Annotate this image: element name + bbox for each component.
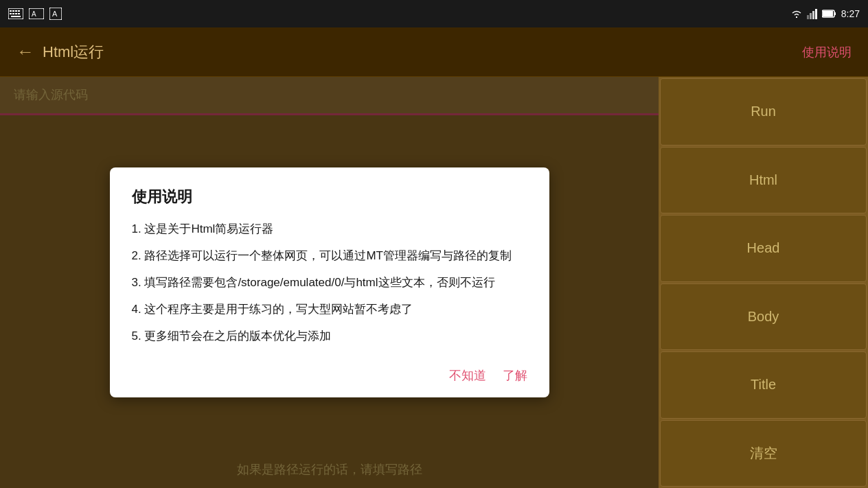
dialog-item-4: 4. 这个程序主要是用于练习的，写大型网站暂不考虑了 xyxy=(132,300,527,320)
battery-icon xyxy=(822,9,837,19)
app-bar-left: ← Html运行 xyxy=(16,41,104,62)
help-action[interactable]: 使用说明 xyxy=(802,44,852,60)
dialog-item-3: 3. 填写路径需要包含/storage/emulated/0/与html这些文本… xyxy=(132,273,527,293)
dialog-item-1: 1. 这是关于Html简易运行器 xyxy=(132,220,527,240)
main-content: Run Html Head Body Title 清空 使用说明 1. 这是关于… xyxy=(0,77,868,488)
html-button[interactable]: Html xyxy=(660,147,867,214)
dialog-cancel-button[interactable]: 不知道 xyxy=(449,367,486,384)
dialog-confirm-button[interactable]: 了解 xyxy=(503,367,527,384)
svg-rect-14 xyxy=(807,15,809,19)
svg-rect-9 xyxy=(11,16,21,17)
run-button[interactable]: Run xyxy=(660,78,867,146)
body-button[interactable]: Body xyxy=(660,283,867,351)
input-method-icon: A xyxy=(29,8,44,19)
svg-text:A: A xyxy=(32,10,36,18)
clear-button[interactable]: 清空 xyxy=(660,420,867,487)
title-button[interactable]: Title xyxy=(660,351,867,419)
svg-rect-3 xyxy=(15,10,17,12)
head-button[interactable]: Head xyxy=(660,215,867,282)
dialog-item-5: 5. 更多细节会在之后的版本优化与添加 xyxy=(132,327,527,347)
keyboard-icon xyxy=(8,8,23,19)
svg-rect-1 xyxy=(10,10,12,12)
status-bar-left: A A xyxy=(8,8,62,20)
svg-rect-6 xyxy=(12,13,14,14)
svg-rect-17 xyxy=(815,9,817,19)
signal-icon xyxy=(807,8,818,19)
dialog-body: 1. 这是关于Html简易运行器 2. 路径选择可以运行一个整体网页，可以通过M… xyxy=(132,220,527,346)
app-title: Html运行 xyxy=(43,42,104,62)
status-bar-right: 8:27 xyxy=(790,8,860,19)
svg-rect-16 xyxy=(812,11,814,19)
svg-rect-19 xyxy=(823,11,833,16)
wifi-icon xyxy=(790,8,803,19)
app-bar: ← Html运行 使用说明 xyxy=(0,27,868,77)
right-panel: Run Html Head Body Title 清空 xyxy=(659,77,868,488)
svg-text:A: A xyxy=(52,10,58,18)
dialog: 使用说明 1. 这是关于Html简易运行器 2. 路径选择可以运行一个整体网页，… xyxy=(110,167,549,397)
svg-rect-8 xyxy=(18,13,20,14)
svg-rect-5 xyxy=(10,13,12,14)
back-button[interactable]: ← xyxy=(16,41,34,62)
a-icon: A xyxy=(49,8,62,20)
svg-rect-15 xyxy=(810,13,812,19)
dialog-actions: 不知道 了解 xyxy=(132,360,527,384)
time-display: 8:27 xyxy=(841,8,860,19)
svg-rect-7 xyxy=(15,13,17,14)
svg-rect-4 xyxy=(18,10,20,12)
dialog-item-2: 2. 路径选择可以运行一个整体网页，可以通过MT管理器编写与路径的复制 xyxy=(132,246,527,266)
dialog-overlay: 使用说明 1. 这是关于Html简易运行器 2. 路径选择可以运行一个整体网页，… xyxy=(0,77,659,488)
status-bar: A A 8:27 xyxy=(0,0,868,27)
svg-rect-2 xyxy=(12,10,14,12)
dialog-title: 使用说明 xyxy=(132,187,527,207)
